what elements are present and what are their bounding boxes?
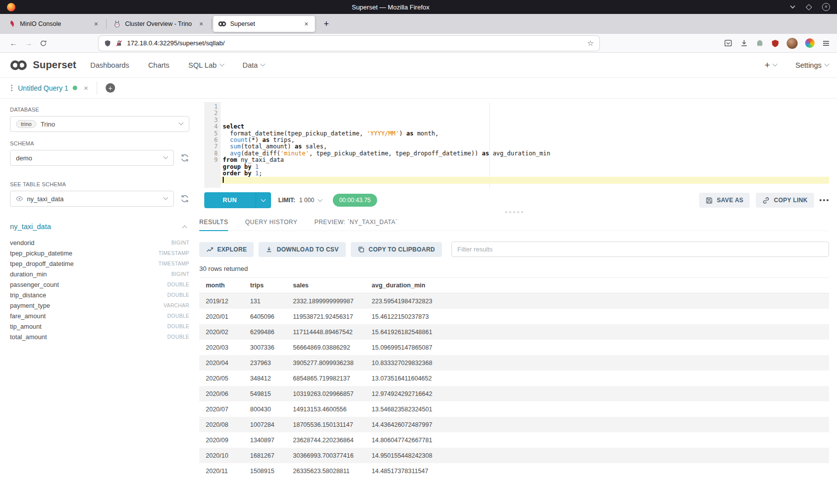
table-column-row: trip_distanceDOUBLE [10, 290, 189, 300]
table-cell: 2020/06 [199, 386, 244, 401]
table-row: 2020/03300733656664869.0388629215.096995… [199, 340, 829, 355]
chevron-down-icon [163, 195, 168, 200]
url-text: 172.18.0.4:32295/superset/sqllab/ [127, 39, 583, 47]
run-options-caret[interactable] [256, 192, 271, 208]
reload-button[interactable] [36, 36, 51, 51]
database-select[interactable]: trino Trino [10, 116, 189, 132]
code-line: format_datetime(tpep_pickup_datetime, 'Y… [221, 130, 829, 137]
explore-button[interactable]: EXPLORE [199, 242, 254, 257]
maximize-window-icon[interactable] [806, 4, 812, 10]
download-icon [266, 246, 273, 253]
downloads-icon[interactable] [740, 39, 748, 47]
browser-tab-superset[interactable]: Superset [213, 16, 315, 32]
editor-gutter: 123456789 [204, 102, 221, 188]
results-column-header[interactable]: sales [286, 278, 365, 293]
table-select[interactable]: ny_taxi_data [10, 191, 174, 207]
table-row: 2020/11150891526335623.5802881114.485173… [199, 463, 829, 479]
download-csv-button[interactable]: DOWNLOAD TO CSV [259, 242, 345, 257]
nav-data[interactable]: Data [243, 61, 265, 69]
extension-pinwheel-icon[interactable] [805, 38, 815, 48]
table-cell: 18705536.150131147 [286, 417, 365, 432]
run-button[interactable]: RUN [204, 192, 256, 208]
gutter-line-number: 5 [204, 130, 218, 137]
table-row: 2019/121312332.1899999999987223.59541984… [199, 293, 829, 309]
more-options-icon[interactable] [823, 199, 825, 201]
superset-logo[interactable]: Superset [8, 59, 76, 71]
column-name: fare_amount [10, 312, 46, 320]
refresh-schemas-button[interactable] [180, 153, 189, 162]
back-button[interactable] [6, 36, 21, 51]
table-cell: 2332.1899999999987 [286, 293, 365, 309]
close-tab-icon[interactable] [198, 20, 205, 28]
forward-button[interactable] [21, 36, 36, 51]
insecure-lock-icon[interactable] [116, 40, 123, 47]
editor-code-area[interactable]: select format_datetime(tpep_pickup_datet… [221, 102, 829, 188]
table-cell: 117114448.89467542 [286, 324, 365, 340]
column-name: passenger_count [10, 281, 59, 288]
browser-navbar: 172.18.0.4:32295/superset/sqllab/ [0, 34, 837, 53]
chevron-up-icon[interactable] [182, 225, 187, 230]
column-type: TIMESTAMP [158, 251, 189, 256]
query-tab[interactable]: Untitled Query 1 [11, 84, 88, 92]
sync-icon [180, 194, 189, 203]
close-tab-icon[interactable] [303, 20, 310, 28]
bookmark-star-icon[interactable] [587, 39, 594, 48]
close-tab-icon[interactable] [93, 20, 100, 28]
sql-editor[interactable]: 123456789 select format_datetime(tpep_pi… [204, 102, 829, 188]
nav-dashboards[interactable]: Dashboards [90, 61, 129, 69]
browser-tab-minio[interactable]: MinIO Console [3, 16, 105, 32]
ghostery-icon[interactable] [756, 39, 764, 47]
table-cell: 2020/09 [199, 432, 244, 448]
account-avatar[interactable] [787, 38, 798, 49]
ublock-icon[interactable] [771, 39, 779, 47]
browser-tab-trino[interactable]: Cluster Overview - Trino [108, 16, 210, 32]
results-panel: RESULTS QUERY HISTORY PREVIEW: `NY_TAXI_… [199, 216, 829, 504]
gutter-line-number: 7 [204, 143, 218, 150]
close-window-icon[interactable] [822, 3, 830, 11]
table-cell: 2020/01 [199, 309, 244, 324]
limit-dropdown[interactable]: LIMIT: 1 000 [279, 197, 322, 204]
sqllab-work-area: 123456789 select format_datetime(tpep_pi… [199, 99, 837, 504]
filter-results-input[interactable] [451, 242, 829, 257]
column-type: TIMESTAMP [158, 261, 189, 266]
table-schema-label: SEE TABLE SCHEMA [10, 181, 189, 187]
save-as-button[interactable]: SAVE AS [699, 193, 750, 208]
minimize-window-icon[interactable] [790, 5, 796, 9]
tracking-shield-icon[interactable] [104, 40, 111, 47]
tab-preview-table[interactable]: PREVIEW: `NY_TAXI_DATA` [314, 219, 398, 231]
copy-link-button[interactable]: COPY LINK [756, 193, 814, 208]
save-to-pocket-icon[interactable] [724, 39, 732, 47]
chevron-down-icon [261, 197, 266, 202]
table-cell: 30366993.700377416 [286, 448, 365, 463]
tab-results[interactable]: RESULTS [199, 219, 228, 231]
main-nav: Dashboards Charts SQL Lab Data [90, 61, 265, 69]
add-query-tab-button[interactable] [106, 83, 115, 93]
code-line: from ny_taxi_data [221, 157, 829, 163]
drag-handle-icon[interactable] [11, 87, 12, 89]
table-cell: 2020/05 [199, 371, 244, 386]
table-schema-header[interactable]: ny_taxi_data [10, 223, 189, 231]
pane-resize-handle[interactable] [199, 209, 829, 216]
superset-logo-icon [8, 59, 28, 71]
refresh-tables-button[interactable] [180, 194, 189, 203]
copy-to-clipboard-button[interactable]: COPY TO CLIPBOARD [351, 242, 442, 257]
new-tab-button[interactable] [319, 16, 334, 31]
trino-icon [113, 20, 121, 28]
table-row: 2020/026299486117114448.8946754215.64192… [199, 324, 829, 340]
table-cell: 1007284 [244, 417, 286, 432]
results-column-header[interactable]: avg_duration_min [365, 278, 829, 293]
results-column-header[interactable]: month [199, 278, 244, 293]
table-cell: 6299486 [244, 324, 286, 340]
code-line: group by 1 [221, 164, 829, 170]
new-item-button[interactable]: + [764, 60, 776, 71]
settings-menu[interactable]: Settings [796, 61, 829, 69]
nav-sql-lab[interactable]: SQL Lab [188, 61, 224, 69]
menu-icon[interactable] [822, 39, 830, 47]
nav-charts[interactable]: Charts [148, 61, 169, 69]
url-bar[interactable]: 172.18.0.4:32295/superset/sqllab/ [99, 36, 599, 51]
close-query-tab-icon[interactable] [84, 84, 88, 92]
schema-select[interactable]: demo [10, 150, 174, 166]
brand-name: Superset [33, 59, 76, 71]
tab-query-history[interactable]: QUERY HISTORY [245, 219, 297, 231]
results-column-header[interactable]: trips [244, 278, 286, 293]
